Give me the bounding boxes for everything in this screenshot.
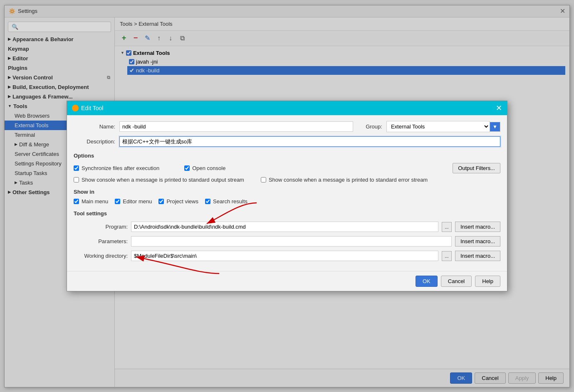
tool-settings-label: Tool settings [74,209,500,217]
show-console-stdout-checkbox[interactable] [74,177,79,182]
sync-files-checkbox[interactable] [74,165,79,171]
name-group-row: Name: Group: External Tools ▼ [74,121,500,132]
open-console-checkbox[interactable] [184,165,190,171]
project-views-label[interactable]: Project views [158,198,198,205]
show-in-row: Main menu Editor menu Project views [74,198,500,205]
working-directory-row: Working directory: ... Insert macro... [74,251,500,261]
editor-menu-checkbox[interactable] [115,199,120,204]
options-section: Options Synchronize files after executio… [74,151,500,183]
working-directory-input[interactable] [131,251,438,261]
group-label: Group: [366,123,382,130]
working-directory-label: Working directory: [74,253,128,259]
parameters-label: Parameters: [74,238,128,244]
dialog-title-label: Edit Tool [81,105,103,111]
show-in-section: Show in Main menu Editor menu Project [74,187,500,205]
name-label: Name: [74,123,115,130]
program-label: Program: [74,224,128,230]
program-input[interactable] [131,222,438,232]
show-console-stdout-label[interactable]: Show console when a message is printed t… [74,177,244,183]
name-input[interactable] [119,121,353,132]
dialog-help-button[interactable]: Help [475,276,500,287]
dialog-ok-button[interactable]: OK [416,276,438,287]
output-filters-button[interactable]: Output Filters... [453,163,500,173]
parameters-insert-macro-button[interactable]: Insert macro... [455,236,500,247]
dialog-title-text: Edit Tool [72,105,103,111]
options-row-2: Show console when a message is printed t… [74,177,500,183]
dialog-title-bar: Edit Tool ✕ [67,101,507,115]
program-row: Program: ... Insert macro... [74,222,500,232]
main-menu-label[interactable]: Main menu [74,198,108,205]
working-directory-insert-macro-button[interactable]: Insert macro... [455,251,500,261]
group-select[interactable]: External Tools [386,121,490,132]
edit-tool-dialog: Edit Tool ✕ Name: Group: External Tools … [67,101,507,291]
show-in-label: Show in [74,187,500,196]
group-select-wrapper: External Tools ▼ [386,121,500,132]
sync-files-label[interactable]: Synchronize files after execution [74,165,159,171]
editor-menu-label[interactable]: Editor menu [115,198,152,205]
description-row: Description: [74,136,500,147]
parameters-input[interactable] [131,236,452,247]
modal-overlay: Edit Tool ✕ Name: Group: External Tools … [5,5,569,387]
program-insert-macro-button[interactable]: Insert macro... [455,222,500,232]
working-directory-browse-button[interactable]: ... [442,251,452,261]
group-dropdown-button[interactable]: ▼ [490,122,500,132]
tool-settings-section: Tool settings Program: ... Insert macro.… [74,209,500,261]
dialog-body: Name: Group: External Tools ▼ Descriptio… [67,115,507,271]
project-views-checkbox[interactable] [158,199,164,204]
open-console-label[interactable]: Open console [184,165,225,171]
options-label: Options [74,151,500,160]
description-label: Description: [74,138,115,145]
dialog-footer: OK Cancel Help [67,271,507,291]
parameters-row: Parameters: Insert macro... [74,236,500,247]
dialog-icon [72,105,79,111]
settings-window: Settings ✕ ▶ Appearance & Behavior Keyma… [4,5,570,387]
program-browse-button[interactable]: ... [442,222,452,232]
show-console-stderr-label[interactable]: Show console when a message is printed t… [261,177,428,183]
main-menu-checkbox[interactable] [74,199,79,204]
search-results-label[interactable]: Search results [205,198,247,205]
show-console-stderr-checkbox[interactable] [261,177,266,182]
dialog-close-button[interactable]: ✕ [496,104,502,112]
description-input[interactable] [119,136,500,147]
options-row-1: Synchronize files after execution Open c… [74,163,500,173]
dialog-cancel-button[interactable]: Cancel [441,276,472,287]
search-results-checkbox[interactable] [205,199,210,204]
